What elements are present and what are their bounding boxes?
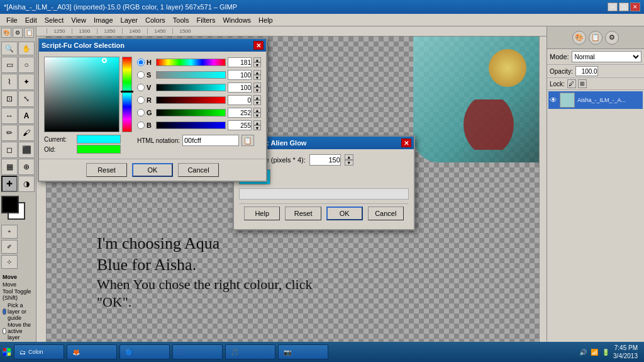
old-color-swatch[interactable] [77, 145, 121, 154]
move-active-radio[interactable] [3, 328, 6, 334]
alien-size-down[interactable]: ▼ [345, 160, 353, 166]
tool-pencil[interactable]: ✏ [1, 125, 18, 141]
slider-b-track[interactable] [156, 122, 226, 129]
tool-select-by-color[interactable]: + [1, 225, 18, 239]
tool-clone[interactable]: ⊕ [18, 159, 35, 175]
taskbar-item-photo[interactable]: 📷 [278, 344, 328, 359]
tool-path[interactable]: ✐ [1, 240, 18, 254]
tool-rect-select[interactable]: ▭ [1, 57, 18, 73]
color-cancel-button[interactable]: Cancel [178, 163, 219, 177]
tool-fuzzy-select[interactable]: ✦ [18, 74, 35, 90]
tool-eraser[interactable]: ◻ [1, 142, 18, 158]
b-input[interactable] [228, 120, 252, 130]
alien-dialog-close[interactable]: ✕ [401, 139, 411, 147]
r-down-arrow[interactable]: ▼ [253, 100, 261, 105]
tool-lasso[interactable]: ⌇ [1, 74, 18, 90]
color-dialog-close[interactable]: ✕ [253, 41, 264, 50]
taskbar-item-word[interactable]: W [172, 344, 223, 359]
tool-bucket-fill[interactable]: ⬛ [18, 142, 35, 158]
slider-r-track[interactable] [156, 96, 226, 104]
tool-measure[interactable]: ⊹ [1, 255, 18, 269]
b-down-arrow[interactable]: ▼ [253, 125, 261, 130]
color-reset-button[interactable]: Reset [86, 163, 127, 177]
color-gradient-square[interactable] [44, 57, 119, 132]
html-input[interactable] [182, 135, 239, 146]
h-down-arrow[interactable]: ▼ [253, 62, 261, 67]
hue-strip[interactable] [122, 57, 132, 132]
g-down-arrow[interactable]: ▼ [253, 113, 261, 118]
menu-layer[interactable]: Layer [117, 15, 142, 25]
minimize-button[interactable]: – [608, 3, 618, 11]
maximize-button[interactable]: □ [619, 3, 629, 11]
tool-zoom[interactable]: 🔍 [1, 42, 18, 55]
radio-r[interactable] [137, 96, 145, 104]
v-up-arrow[interactable]: ▲ [253, 82, 261, 88]
lock-position-icon[interactable]: ⊞ [578, 79, 587, 88]
alien-ok-button[interactable]: OK [326, 206, 363, 220]
b-up-arrow[interactable]: ▲ [253, 120, 261, 125]
options-icon1[interactable]: 🎨 [1, 28, 11, 38]
tool-dodge[interactable]: ◑ [18, 176, 35, 192]
g-input[interactable] [228, 108, 252, 118]
close-button[interactable]: ✕ [630, 3, 640, 11]
s-down-arrow[interactable]: ▼ [253, 75, 261, 80]
menu-file[interactable]: File [3, 15, 21, 25]
layer-item[interactable]: 👁 Aisha_-_ILM_-_A... [548, 91, 643, 109]
taskbar-item-media[interactable]: 🎵 [225, 344, 275, 359]
menu-help[interactable]: Help [255, 15, 277, 25]
radio-b[interactable] [137, 122, 145, 129]
options-icon3[interactable]: 📋 [24, 28, 34, 38]
options-icon2[interactable]: ⚙ [13, 28, 23, 38]
current-color-swatch[interactable] [77, 135, 121, 144]
menu-image[interactable]: Image [90, 15, 117, 25]
menu-windows[interactable]: Windows [219, 15, 255, 25]
v-input[interactable] [228, 82, 252, 93]
g-up-arrow[interactable]: ▲ [253, 108, 261, 113]
menu-filters[interactable]: Filters [193, 15, 219, 25]
lock-pixels-icon[interactable]: 🖊 [567, 79, 576, 88]
tool-crop[interactable]: ⊡ [1, 91, 18, 107]
panel-btn2[interactable]: 📋 [589, 31, 602, 45]
tool-ellipse-select[interactable]: ○ [18, 57, 35, 73]
menu-colors[interactable]: Colors [142, 15, 169, 25]
scrollbar-vertical[interactable] [539, 37, 547, 349]
panel-btn1[interactable]: 🎨 [572, 31, 586, 45]
alien-size-up[interactable]: ▲ [345, 154, 353, 160]
html-copy-btn[interactable]: 📋 [242, 135, 254, 146]
tool-heal[interactable]: ✚ [1, 176, 18, 192]
start-orb[interactable] [3, 348, 11, 356]
h-up-arrow[interactable]: ▲ [253, 57, 261, 62]
radio-h[interactable] [137, 59, 145, 66]
alien-cancel-button[interactable]: Cancel [368, 206, 404, 220]
menu-edit[interactable]: Edit [21, 15, 41, 25]
v-down-arrow[interactable]: ▼ [253, 88, 261, 93]
alien-reset-button[interactable]: Reset [285, 206, 321, 220]
taskbar-item-app1[interactable]: 🔵 [119, 344, 170, 359]
r-up-arrow[interactable]: ▲ [253, 95, 261, 100]
menu-select[interactable]: Select [41, 15, 68, 25]
r-input[interactable] [228, 95, 252, 105]
slider-g-track[interactable] [156, 109, 226, 116]
panel-btn3[interactable]: ⚙ [605, 31, 619, 45]
menu-tools[interactable]: Tools [169, 15, 193, 25]
mode-select[interactable]: Normal [572, 51, 641, 62]
radio-v[interactable] [137, 84, 145, 91]
opacity-input[interactable] [575, 66, 598, 76]
slider-s-track[interactable] [156, 71, 226, 79]
s-up-arrow[interactable]: ▲ [253, 70, 261, 75]
tool-transform[interactable]: ⤡ [18, 91, 35, 107]
alien-size-input[interactable] [309, 154, 341, 166]
menu-view[interactable]: View [67, 15, 90, 25]
tool-text[interactable]: A [18, 108, 35, 124]
radio-s[interactable] [137, 71, 145, 79]
taskbar-item-firefox[interactable]: 🦊 [67, 344, 117, 359]
tool-blend[interactable]: ▦ [1, 159, 18, 175]
alien-help-button[interactable]: Help [244, 206, 280, 220]
tool-flip[interactable]: ↔ [1, 108, 18, 124]
taskbar-item-folder[interactable]: 🗂 Colon [14, 344, 64, 359]
layer-visibility-icon[interactable]: 👁 [550, 96, 557, 105]
pick-layer-radio[interactable] [3, 308, 6, 315]
tool-hand[interactable]: ✋ [18, 42, 35, 55]
color-ok-button[interactable]: OK [132, 163, 173, 177]
slider-v-track[interactable] [156, 84, 226, 91]
